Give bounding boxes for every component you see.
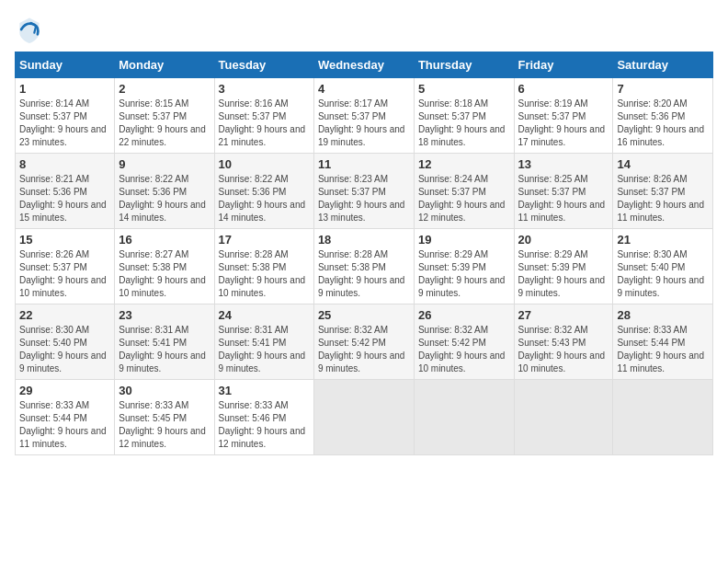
day-info: Sunrise: 8:27 AM Sunset: 5:38 PM Dayligh… (119, 248, 210, 300)
header-day-monday: Monday (115, 52, 214, 78)
day-info: Sunrise: 8:22 AM Sunset: 5:36 PM Dayligh… (119, 173, 210, 224)
calendar-cell: 30 Sunrise: 8:33 AM Sunset: 5:45 PM Dayl… (115, 380, 214, 455)
calendar-cell (414, 380, 514, 455)
week-row-5: 29 Sunrise: 8:33 AM Sunset: 5:44 PM Dayl… (16, 380, 713, 455)
day-info: Sunrise: 8:14 AM Sunset: 5:37 PM Dayligh… (19, 98, 110, 149)
day-number: 27 (518, 308, 609, 322)
calendar-cell: 17 Sunrise: 8:28 AM Sunset: 5:38 PM Dayl… (214, 229, 313, 304)
day-number: 12 (418, 157, 510, 171)
calendar-cell: 13 Sunrise: 8:25 AM Sunset: 5:37 PM Dayl… (514, 154, 613, 229)
day-number: 21 (617, 233, 709, 247)
day-info: Sunrise: 8:25 AM Sunset: 5:37 PM Dayligh… (518, 173, 609, 224)
day-number: 22 (19, 308, 110, 322)
day-number: 10 (219, 157, 310, 171)
day-number: 31 (219, 384, 310, 397)
calendar-cell: 3 Sunrise: 8:16 AM Sunset: 5:37 PM Dayli… (214, 78, 313, 154)
day-info: Sunrise: 8:29 AM Sunset: 5:39 PM Dayligh… (518, 248, 609, 300)
calendar-cell: 26 Sunrise: 8:32 AM Sunset: 5:42 PM Dayl… (414, 304, 514, 380)
day-number: 23 (119, 308, 210, 322)
day-info: Sunrise: 8:26 AM Sunset: 5:37 PM Dayligh… (19, 248, 110, 300)
day-info: Sunrise: 8:28 AM Sunset: 5:38 PM Dayligh… (318, 248, 410, 300)
logo (15, 15, 48, 44)
calendar-cell (313, 380, 414, 455)
day-info: Sunrise: 8:18 AM Sunset: 5:37 PM Dayligh… (418, 98, 510, 149)
day-number: 30 (119, 384, 210, 397)
day-info: Sunrise: 8:32 AM Sunset: 5:42 PM Dayligh… (418, 324, 510, 375)
calendar-cell: 6 Sunrise: 8:19 AM Sunset: 5:37 PM Dayli… (514, 78, 613, 154)
calendar-cell (514, 380, 613, 455)
day-info: Sunrise: 8:33 AM Sunset: 5:46 PM Dayligh… (219, 399, 310, 451)
week-row-4: 22 Sunrise: 8:30 AM Sunset: 5:40 PM Dayl… (16, 304, 713, 380)
calendar-cell: 8 Sunrise: 8:21 AM Sunset: 5:36 PM Dayli… (16, 154, 115, 229)
calendar-cell: 20 Sunrise: 8:29 AM Sunset: 5:39 PM Dayl… (514, 229, 613, 304)
calendar-cell: 1 Sunrise: 8:14 AM Sunset: 5:37 PM Dayli… (16, 78, 115, 154)
day-info: Sunrise: 8:32 AM Sunset: 5:43 PM Dayligh… (518, 324, 609, 375)
calendar-cell: 5 Sunrise: 8:18 AM Sunset: 5:37 PM Dayli… (414, 78, 514, 154)
calendar-cell: 9 Sunrise: 8:22 AM Sunset: 5:36 PM Dayli… (115, 154, 214, 229)
day-number: 2 (119, 82, 210, 96)
day-info: Sunrise: 8:33 AM Sunset: 5:44 PM Dayligh… (617, 324, 709, 375)
header-row: SundayMondayTuesdayWednesdayThursdayFrid… (16, 52, 713, 78)
calendar-cell: 16 Sunrise: 8:27 AM Sunset: 5:38 PM Dayl… (115, 229, 214, 304)
calendar-table: SundayMondayTuesdayWednesdayThursdayFrid… (15, 52, 713, 455)
day-number: 19 (418, 233, 510, 247)
day-number: 28 (617, 308, 709, 322)
day-number: 18 (318, 233, 410, 247)
day-number: 7 (617, 82, 709, 96)
day-info: Sunrise: 8:33 AM Sunset: 5:44 PM Dayligh… (19, 399, 110, 451)
day-info: Sunrise: 8:30 AM Sunset: 5:40 PM Dayligh… (19, 324, 110, 375)
header-day-sunday: Sunday (16, 52, 115, 78)
day-info: Sunrise: 8:30 AM Sunset: 5:40 PM Dayligh… (617, 248, 709, 300)
calendar-cell: 19 Sunrise: 8:29 AM Sunset: 5:39 PM Dayl… (414, 229, 514, 304)
calendar-header: SundayMondayTuesdayWednesdayThursdayFrid… (16, 52, 713, 78)
day-info: Sunrise: 8:23 AM Sunset: 5:37 PM Dayligh… (318, 173, 410, 224)
calendar-cell: 14 Sunrise: 8:26 AM Sunset: 5:37 PM Dayl… (613, 154, 713, 229)
week-row-1: 1 Sunrise: 8:14 AM Sunset: 5:37 PM Dayli… (16, 78, 713, 154)
day-number: 15 (19, 233, 110, 247)
day-info: Sunrise: 8:21 AM Sunset: 5:36 PM Dayligh… (19, 173, 110, 224)
calendar-cell: 27 Sunrise: 8:32 AM Sunset: 5:43 PM Dayl… (514, 304, 613, 380)
calendar-cell: 7 Sunrise: 8:20 AM Sunset: 5:36 PM Dayli… (613, 78, 713, 154)
day-info: Sunrise: 8:31 AM Sunset: 5:41 PM Dayligh… (219, 324, 310, 375)
calendar-cell: 23 Sunrise: 8:31 AM Sunset: 5:41 PM Dayl… (115, 304, 214, 380)
day-number: 14 (617, 157, 709, 171)
day-number: 11 (318, 157, 410, 171)
day-info: Sunrise: 8:29 AM Sunset: 5:39 PM Dayligh… (418, 248, 510, 300)
calendar-cell: 4 Sunrise: 8:17 AM Sunset: 5:37 PM Dayli… (313, 78, 414, 154)
page-header (15, 15, 713, 44)
header-day-thursday: Thursday (414, 52, 514, 78)
calendar-cell (613, 380, 713, 455)
day-info: Sunrise: 8:16 AM Sunset: 5:37 PM Dayligh… (219, 98, 310, 149)
day-number: 24 (219, 308, 310, 322)
day-number: 8 (19, 157, 110, 171)
header-day-saturday: Saturday (613, 52, 713, 78)
day-info: Sunrise: 8:33 AM Sunset: 5:45 PM Dayligh… (119, 399, 210, 451)
day-info: Sunrise: 8:22 AM Sunset: 5:36 PM Dayligh… (219, 173, 310, 224)
calendar-cell: 31 Sunrise: 8:33 AM Sunset: 5:46 PM Dayl… (214, 380, 313, 455)
week-row-2: 8 Sunrise: 8:21 AM Sunset: 5:36 PM Dayli… (16, 154, 713, 229)
day-info: Sunrise: 8:31 AM Sunset: 5:41 PM Dayligh… (119, 324, 210, 375)
day-number: 1 (19, 82, 110, 96)
logo-icon (15, 15, 44, 44)
day-info: Sunrise: 8:26 AM Sunset: 5:37 PM Dayligh… (617, 173, 709, 224)
day-number: 6 (518, 82, 609, 96)
header-day-wednesday: Wednesday (313, 52, 414, 78)
calendar-body: 1 Sunrise: 8:14 AM Sunset: 5:37 PM Dayli… (16, 78, 713, 455)
day-info: Sunrise: 8:28 AM Sunset: 5:38 PM Dayligh… (219, 248, 310, 300)
day-number: 26 (418, 308, 510, 322)
week-row-3: 15 Sunrise: 8:26 AM Sunset: 5:37 PM Dayl… (16, 229, 713, 304)
day-number: 17 (219, 233, 310, 247)
header-day-friday: Friday (514, 52, 613, 78)
day-number: 5 (418, 82, 510, 96)
day-info: Sunrise: 8:19 AM Sunset: 5:37 PM Dayligh… (518, 98, 609, 149)
day-number: 16 (119, 233, 210, 247)
day-info: Sunrise: 8:17 AM Sunset: 5:37 PM Dayligh… (318, 98, 410, 149)
calendar-cell: 11 Sunrise: 8:23 AM Sunset: 5:37 PM Dayl… (313, 154, 414, 229)
calendar-cell: 28 Sunrise: 8:33 AM Sunset: 5:44 PM Dayl… (613, 304, 713, 380)
calendar-cell: 18 Sunrise: 8:28 AM Sunset: 5:38 PM Dayl… (313, 229, 414, 304)
calendar-cell: 29 Sunrise: 8:33 AM Sunset: 5:44 PM Dayl… (16, 380, 115, 455)
day-number: 29 (19, 384, 110, 397)
header-day-tuesday: Tuesday (214, 52, 313, 78)
day-number: 25 (318, 308, 410, 322)
day-info: Sunrise: 8:32 AM Sunset: 5:42 PM Dayligh… (318, 324, 410, 375)
